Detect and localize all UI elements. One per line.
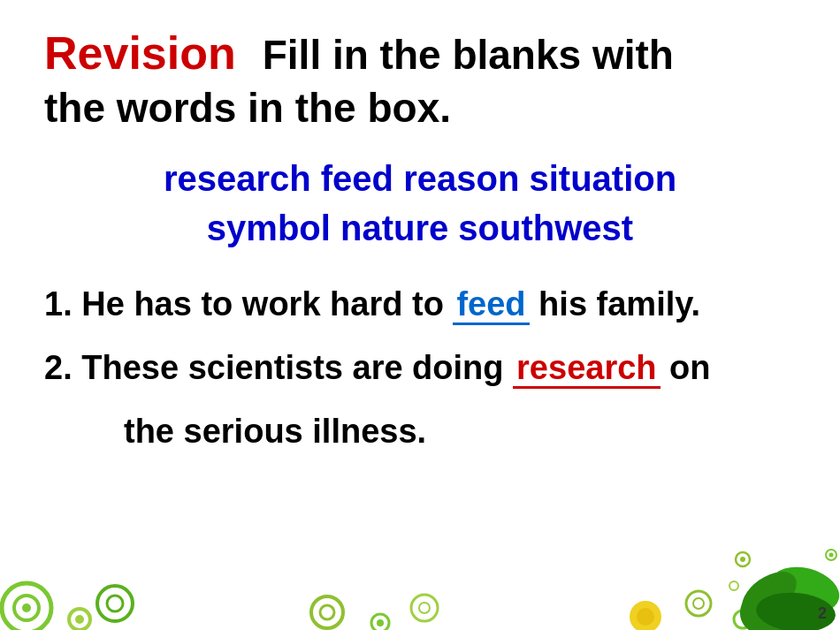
- svg-point-7: [311, 596, 343, 628]
- answer-feed: feed: [453, 285, 529, 325]
- title-part1: Fill in the blanks with: [263, 31, 674, 79]
- sentence-1: 1. He has to work hard to feed his famil…: [44, 279, 796, 330]
- sentence-2-continuation: the serious illness.: [44, 406, 796, 457]
- word-box-line2: symbol nature southwest: [44, 203, 796, 253]
- svg-point-15: [686, 591, 711, 616]
- sentence-2-number: 2. These scientists are doing: [44, 349, 513, 386]
- word-box: research feed reason situation symbol na…: [44, 154, 796, 253]
- title-line1: Revision Fill in the blanks with: [44, 27, 796, 80]
- svg-point-10: [377, 619, 384, 626]
- svg-point-4: [75, 615, 84, 624]
- svg-point-2: [22, 603, 31, 612]
- svg-point-23: [740, 557, 745, 562]
- sentences: 1. He has to work hard to feed his famil…: [44, 279, 796, 457]
- sentence-1-number: 1. He has to work hard to: [44, 285, 453, 323]
- answer-research: research: [513, 349, 660, 389]
- sentence-2: 2. These scientists are doing research o…: [44, 343, 796, 393]
- svg-point-5: [97, 586, 133, 621]
- sentence-2-after: on: [661, 349, 711, 386]
- title-line2: the words in the box.: [44, 84, 796, 132]
- svg-point-26: [729, 581, 738, 590]
- sentence-1-after: his family.: [530, 285, 701, 323]
- slide: Revision Fill in the blanks with the wor…: [0, 0, 840, 630]
- svg-point-25: [829, 553, 834, 558]
- revision-label: Revision: [44, 27, 236, 80]
- svg-point-14: [637, 608, 654, 626]
- svg-point-6: [107, 596, 123, 611]
- svg-point-16: [693, 598, 704, 609]
- page-number: 2: [818, 604, 827, 623]
- svg-point-12: [419, 603, 430, 613]
- decoration-svg: [0, 524, 840, 630]
- svg-point-11: [411, 595, 438, 621]
- word-box-line1: research feed reason situation: [44, 154, 796, 203]
- svg-point-8: [320, 605, 334, 619]
